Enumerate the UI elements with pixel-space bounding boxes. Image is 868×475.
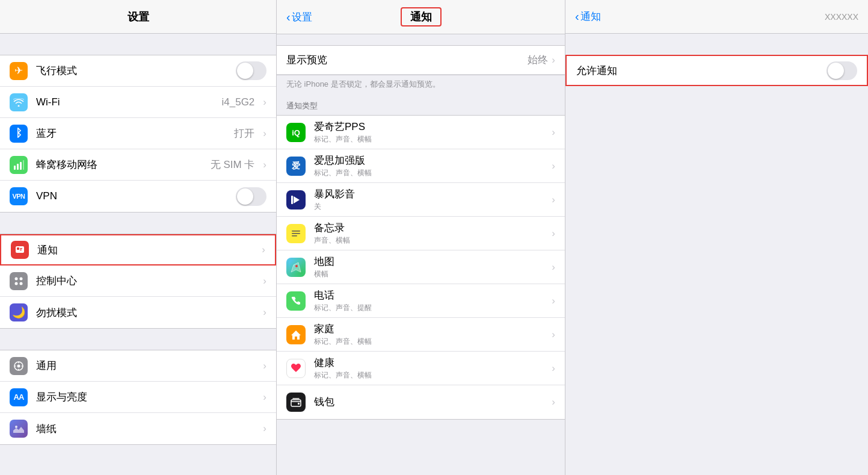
wifi-value: i4_5G2 — [222, 96, 255, 108]
control-label: 控制中心 — [36, 274, 77, 288]
wifi-label: Wi-Fi — [36, 96, 60, 108]
wallet-chevron: › — [552, 396, 555, 408]
app-row-health[interactable]: 健康 标记、声音、横幅 › — [277, 352, 565, 385]
maps-chevron: › — [552, 261, 555, 273]
health-name: 健康 — [314, 356, 552, 370]
notification-label: 通知 — [37, 243, 58, 257]
svg-rect-16 — [14, 365, 16, 367]
list-item-dnd[interactable]: 🌙 勿扰模式 › — [0, 297, 276, 328]
preview-label: 显示预览 — [286, 53, 327, 67]
app-row-maps[interactable]: 地图 横幅 › — [277, 250, 565, 284]
svg-rect-15 — [18, 368, 19, 370]
phone-chevron: › — [552, 295, 555, 307]
vpn-toggle[interactable] — [236, 187, 266, 206]
airplane-toggle[interactable] — [236, 61, 266, 80]
wallpaper-chevron: › — [263, 423, 266, 435]
back-to-notif[interactable]: ‹ 通知 — [575, 10, 601, 23]
app-row-wallet[interactable]: 钱包 › — [277, 385, 565, 419]
iqiyi-name: 爱奇艺PPS — [314, 120, 552, 134]
memo-name: 备忘录 — [314, 221, 552, 235]
list-item-bluetooth[interactable]: ᛒ 蓝牙 打开 › — [0, 118, 276, 149]
control-chevron: › — [263, 275, 266, 287]
svg-rect-29 — [292, 235, 297, 237]
airplane-icon: ✈ — [10, 62, 28, 80]
middle-panel-title-box: 通知 — [401, 7, 442, 26]
list-item-display[interactable]: AA 显示与亮度 › — [0, 382, 276, 413]
home-name: 家庭 — [314, 322, 552, 336]
memo-app-icon — [286, 224, 306, 243]
general-icon — [10, 357, 28, 375]
right-panel: ‹ 通知 XXXXXX 允许通知 — [565, 0, 868, 475]
wallet-name: 钱包 — [314, 395, 552, 409]
health-app-icon — [286, 359, 306, 378]
right-scroll: 允许通知 — [565, 34, 868, 475]
iqiyi-sub: 标记、声音、横幅 — [314, 134, 552, 144]
middle-scroll: 显示预览 始终 › 无论 iPhone 是否锁定，都会显示通知预览。 通知类型 … — [277, 34, 565, 475]
back-arrow-right-icon: ‹ — [575, 10, 579, 23]
dnd-label: 勿扰模式 — [36, 306, 77, 320]
display-label: 显示与亮度 — [36, 390, 87, 404]
list-item-vpn[interactable]: VPN VPN — [0, 181, 276, 212]
notif-type-label: 通知类型 — [277, 96, 565, 115]
bluetooth-chevron: › — [263, 128, 266, 140]
app-row-phone[interactable]: 电话 标记、声音、提醒 › — [277, 284, 565, 318]
svg-rect-27 — [292, 231, 300, 232]
home-app-icon — [286, 325, 306, 344]
svg-rect-0 — [14, 166, 16, 170]
svg-rect-3 — [23, 160, 24, 170]
aisixiang-app-icon: 爱 — [286, 157, 306, 176]
back-to-settings[interactable]: ‹ 设置 — [286, 10, 312, 24]
svg-rect-28 — [292, 233, 300, 234]
list-item-wallpaper[interactable]: 墙纸 › — [0, 413, 276, 444]
left-panel-title: 设置 — [128, 10, 149, 24]
app-list: iQ 爱奇艺PPS 标记、声音、横幅 › 爱 爱思加强版 — [277, 115, 565, 420]
list-item-control[interactable]: 控制中心 › — [0, 265, 276, 297]
app-row-baofeng[interactable]: 暴风影音 关 › — [277, 183, 565, 217]
left-panel-header: 设置 — [0, 0, 276, 34]
baofeng-app-icon — [286, 190, 306, 210]
maps-sub: 横幅 — [314, 269, 552, 279]
list-item-notification[interactable]: 通知 › — [0, 234, 276, 265]
maps-name: 地图 — [314, 255, 552, 269]
svg-rect-33 — [289, 294, 303, 308]
preview-row[interactable]: 显示预览 始终 › — [277, 46, 565, 75]
aisixiang-name: 爱思加强版 — [314, 154, 552, 167]
dnd-icon: 🌙 — [10, 303, 28, 321]
list-item-airplane[interactable]: ✈ 飞行模式 — [0, 55, 276, 87]
svg-point-32 — [295, 265, 298, 267]
list-item-general[interactable]: 通用 › — [0, 350, 276, 382]
baofeng-sub: 关 — [314, 202, 552, 212]
cellular-chevron: › — [263, 159, 266, 171]
phone-sub: 标记、声音、提醒 — [314, 303, 552, 313]
list-item-wifi[interactable]: Wi-Fi i4_5G2 › — [0, 87, 276, 118]
display-icon: AA — [10, 388, 28, 406]
app-row-memo[interactable]: 备忘录 声音、横幅 › — [277, 217, 565, 250]
wallpaper-icon — [10, 420, 28, 438]
health-sub: 标记、声音、横幅 — [314, 370, 552, 380]
vpn-icon: VPN — [10, 187, 28, 205]
wallet-app-icon — [286, 393, 306, 412]
allow-notif-toggle[interactable] — [826, 61, 857, 80]
svg-rect-1 — [17, 164, 19, 170]
general-chevron: › — [263, 360, 266, 372]
list-item-cellular[interactable]: 蜂窝移动网络 无 SIM 卡 › — [0, 149, 276, 181]
app-row-iqiyi[interactable]: iQ 爱奇艺PPS 标记、声音、横幅 › — [277, 116, 565, 149]
svg-point-13 — [17, 364, 20, 367]
svg-rect-25 — [291, 196, 293, 204]
memo-sub: 声音、横幅 — [314, 235, 552, 246]
control-center-icon — [10, 272, 28, 290]
middle-panel-title: 通知 — [410, 11, 432, 23]
right-back-label: 通知 — [580, 10, 601, 23]
bluetooth-icon: ᛒ — [10, 125, 28, 143]
left-panel: 设置 ✈ 飞行模式 — [0, 0, 277, 475]
svg-point-9 — [20, 277, 23, 280]
app-row-home[interactable]: 家庭 标记、声音、横幅 › — [277, 318, 565, 352]
svg-point-11 — [20, 282, 23, 285]
airplane-label: 飞行模式 — [36, 64, 77, 78]
general-label: 通用 — [36, 359, 57, 373]
app-row-aisixiang[interactable]: 爱 爱思加强版 标记、声音、横幅 › — [277, 149, 565, 183]
allow-notif-row[interactable]: 允许通知 — [565, 55, 868, 86]
notification-icon — [11, 241, 29, 259]
svg-rect-7 — [20, 250, 22, 251]
back-label: 设置 — [292, 10, 312, 24]
